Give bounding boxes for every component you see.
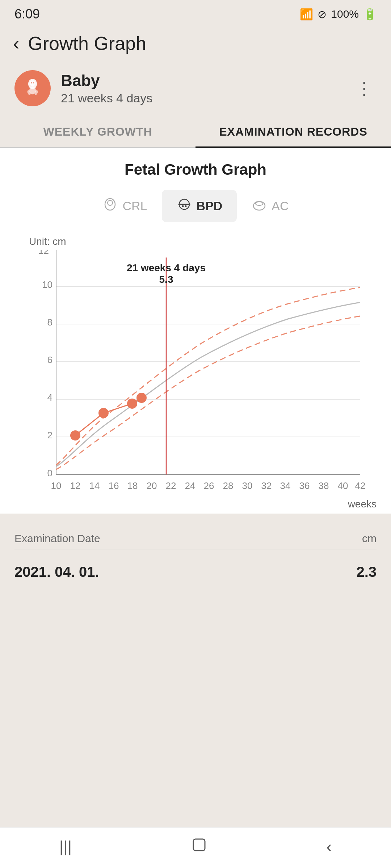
svg-text:40: 40 <box>338 480 348 491</box>
header: ‹ Growth Graph <box>0 25 391 61</box>
exam-record-row: 2021. 04. 01. 2.3 <box>14 554 377 590</box>
more-options-button[interactable]: ⋮ <box>352 78 377 98</box>
chart-container: 0 2 4 6 8 10 12 10 12 14 16 18 20 22 24 … <box>29 250 380 496</box>
svg-text:22: 22 <box>166 480 176 491</box>
svg-point-11 <box>178 204 180 205</box>
svg-text:28: 28 <box>223 480 234 491</box>
ac-label: AC <box>272 199 289 213</box>
exam-divider <box>14 549 377 549</box>
exam-header: Examination Date cm <box>14 532 377 545</box>
svg-text:10: 10 <box>51 480 62 491</box>
crl-icon <box>102 196 118 216</box>
measure-tab-bpd[interactable]: BPD <box>162 190 237 222</box>
status-bar: 6:09 📶 ⊘ 100% 🔋 <box>0 0 391 25</box>
avatar <box>14 70 51 106</box>
exam-date-label: Examination Date <box>14 532 100 545</box>
nav-recent-apps-button[interactable]: ||| <box>59 838 72 856</box>
svg-text:5.3: 5.3 <box>159 274 173 285</box>
exam-date-value: 2021. 04. 01. <box>14 564 99 580</box>
wifi-icon: 📶 <box>300 8 313 21</box>
svg-text:8: 8 <box>47 317 52 328</box>
section-title: Fetal Growth Graph <box>0 161 391 178</box>
svg-text:38: 38 <box>319 480 329 491</box>
svg-text:30: 30 <box>242 480 253 491</box>
weeks-label: weeks <box>29 498 380 510</box>
svg-text:26: 26 <box>204 480 214 491</box>
measure-tabs: CRL BPD AC <box>0 190 391 222</box>
svg-text:42: 42 <box>355 480 366 491</box>
svg-point-16 <box>256 202 263 205</box>
svg-point-13 <box>182 205 184 207</box>
crl-label: CRL <box>122 199 147 213</box>
fetus-icon <box>21 77 44 100</box>
measure-tab-crl[interactable]: CRL <box>88 190 161 222</box>
examination-section: Examination Date cm 2021. 04. 01. 2.3 <box>0 522 391 600</box>
svg-point-4 <box>30 80 35 86</box>
svg-text:12: 12 <box>70 480 81 491</box>
ac-icon <box>251 196 267 216</box>
svg-text:2: 2 <box>47 430 52 441</box>
chart-area: Unit: cm 0 2 4 6 8 10 1 <box>0 232 391 514</box>
bpd-icon <box>176 196 192 216</box>
unit-label: Unit: cm <box>29 236 380 247</box>
svg-text:18: 18 <box>127 480 138 491</box>
baby-age: 21 weeks 4 days <box>61 91 352 105</box>
svg-text:0: 0 <box>47 468 52 478</box>
svg-text:20: 20 <box>147 480 157 491</box>
baby-name: Baby <box>61 72 352 90</box>
growth-chart-svg: 0 2 4 6 8 10 12 10 12 14 16 18 20 22 24 … <box>29 250 380 496</box>
measure-tab-ac[interactable]: AC <box>237 190 303 222</box>
bpd-label: BPD <box>197 199 223 213</box>
alarm-icon: ⊘ <box>318 8 327 21</box>
svg-point-6 <box>33 82 34 84</box>
svg-text:6: 6 <box>47 354 52 365</box>
battery-label: 100% <box>331 8 359 20</box>
svg-point-8 <box>108 200 113 205</box>
exam-unit-label: cm <box>362 532 377 545</box>
svg-point-14 <box>185 205 186 207</box>
svg-text:12: 12 <box>38 250 49 256</box>
svg-point-5 <box>31 82 32 84</box>
svg-text:4: 4 <box>47 392 52 403</box>
svg-point-12 <box>188 204 190 205</box>
svg-text:24: 24 <box>185 480 196 491</box>
battery-icon: 🔋 <box>363 8 377 21</box>
tab-weekly-growth[interactable]: WEEKLY GROWTH <box>0 115 196 147</box>
baby-info-row: Baby 21 weeks 4 days ⋮ <box>0 61 391 115</box>
svg-text:36: 36 <box>299 480 310 491</box>
main-content: Fetal Growth Graph CRL <box>0 148 391 514</box>
baby-text: Baby 21 weeks 4 days <box>61 72 352 105</box>
svg-text:16: 16 <box>109 480 119 491</box>
svg-text:14: 14 <box>89 480 100 491</box>
svg-text:10: 10 <box>42 279 52 290</box>
tabs: WEEKLY GROWTH EXAMINATION RECORDS <box>0 115 391 148</box>
svg-text:21 weeks 4 days: 21 weeks 4 days <box>127 262 206 273</box>
exam-measurement-value: 2.3 <box>356 564 377 580</box>
tab-examination-records[interactable]: EXAMINATION RECORDS <box>196 115 391 147</box>
status-time: 6:09 <box>14 7 40 22</box>
nav-bar: ||| ‹ <box>0 827 391 868</box>
nav-home-button[interactable] <box>190 836 208 857</box>
svg-text:34: 34 <box>280 480 291 491</box>
page-title: Growth Graph <box>28 33 146 54</box>
nav-back-button[interactable]: ‹ <box>326 838 332 856</box>
status-icons: 📶 ⊘ 100% 🔋 <box>300 8 377 21</box>
svg-rect-56 <box>193 839 205 851</box>
svg-text:32: 32 <box>261 480 272 491</box>
back-button[interactable]: ‹ <box>13 34 19 53</box>
